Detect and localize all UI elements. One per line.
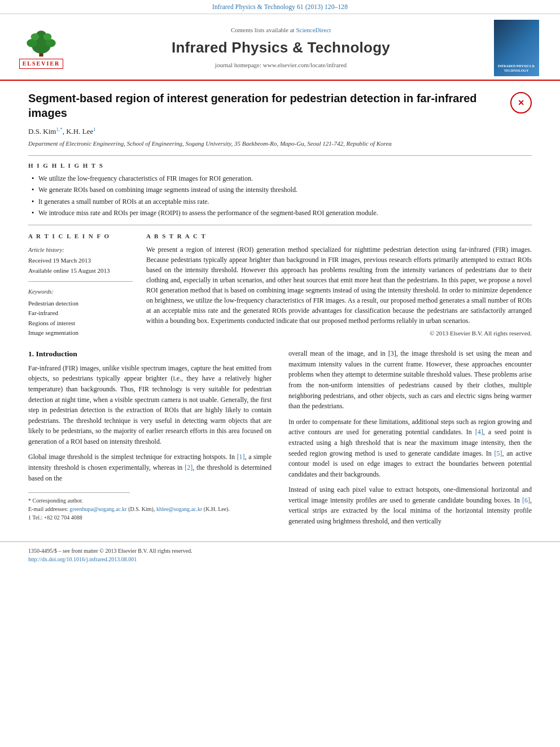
journal-citation: Infrared Physics & Technology 61 (2013) … (212, 3, 348, 10)
keywords-label: Keywords: (28, 287, 133, 296)
intro-right-col: overall mean of the image, and in [3], t… (288, 348, 532, 527)
article-history-label: Article history: (28, 246, 133, 254)
highlights-section: H I G H L I G H T S We utilize the low-f… (28, 161, 532, 219)
keyword-item: Pedestrian detection (28, 299, 133, 309)
keyword-item: Regions of interest (28, 318, 133, 329)
highlight-item: We introduce miss rate and ROIs per imag… (32, 208, 532, 218)
highlight-item: It generates a small number of ROIs at a… (32, 197, 532, 207)
right-para2: In order to compensate for these limitat… (288, 417, 532, 480)
ref1-link[interactable]: [1] (237, 453, 245, 461)
author1-sup: 1,* (56, 126, 62, 132)
ref6-link[interactable]: [6] (522, 496, 530, 504)
crossmark-badge[interactable]: ✕ (510, 92, 532, 113)
sciencedirect-link[interactable]: ScienceDirect (296, 27, 331, 33)
highlight-item: We utilize the low-frequency characteris… (32, 174, 532, 184)
received-date: Received 19 March 2013 (28, 256, 133, 265)
available-date: Available online 15 August 2013 (28, 267, 133, 276)
main-content: Segment-based region of interest generat… (0, 81, 560, 537)
intro-para1: Far-infrared (FIR) images, unlike visibl… (28, 363, 272, 447)
email2-link[interactable]: khlee@sogang.ac.kr (156, 506, 202, 512)
email1-link[interactable]: greenhupa@sogang.ac.kr (69, 506, 126, 512)
article-title-text: Segment-based region of interest generat… (28, 91, 505, 120)
highlights-label: H I G H L I G H T S (28, 161, 532, 171)
highlight-item: We generate ROIs based on combining imag… (32, 185, 532, 195)
author2-sup: 1 (93, 126, 96, 132)
right-para1: overall mean of the image, and in [3], t… (288, 348, 532, 412)
bottom-bar: 1350-4495/$ – see front matter © 2013 El… (0, 541, 560, 567)
abstract-column: A B S T R A C T We present a region of i… (146, 232, 532, 338)
journal-cover-text: INFRARED PHYSICS & TECHNOLOGY (494, 64, 539, 73)
highlights-list: We utilize the low-frequency characteris… (28, 174, 532, 219)
journal-title-banner: Infrared Physics & Technology (78, 37, 484, 59)
issn-line: 1350-4495/$ – see front matter © 2013 El… (28, 547, 193, 555)
article-title-block: Segment-based region of interest generat… (28, 91, 532, 120)
abstract-label: A B S T R A C T (146, 232, 532, 241)
abstract-text: We present a region of interest (ROI) ge… (146, 244, 532, 326)
ref4-link[interactable]: [4] (475, 428, 483, 436)
journal-cover-image: INFRARED PHYSICS & TECHNOLOGY (494, 20, 539, 76)
svg-point-7 (43, 33, 52, 41)
elsevier-tree-icon (19, 27, 64, 58)
ref5-link[interactable]: [5] (495, 449, 502, 457)
doi-link[interactable]: http://dx.doi.org/10.1016/j.infrared.201… (28, 556, 137, 562)
journal-homepage: journal homepage: www.elsevier.com/locat… (78, 61, 484, 70)
elsevier-logo: ELSEVIER (19, 27, 64, 69)
journal-cover: INFRARED PHYSICS & TECHNOLOGY (489, 20, 543, 76)
bottom-left: 1350-4495/$ – see front matter © 2013 El… (28, 547, 193, 563)
journal-banner-center: Contents lists available at ScienceDirec… (72, 26, 489, 70)
svg-point-6 (31, 33, 40, 41)
right-para3: Instead of using each pixel value to ext… (288, 484, 532, 526)
intro-heading: 1. Introduction (28, 348, 272, 360)
corresponding-footnote: * Corresponding author. E-mail addresses… (28, 496, 272, 522)
divider-1 (28, 155, 532, 156)
keywords-list: Pedestrian detection Far-infrared Region… (28, 299, 133, 338)
authors-line: D.S. Kim1,*, K.H. Lee1 (28, 126, 532, 137)
elsevier-label: ELSEVIER (19, 59, 64, 69)
article-info-column: A R T I C L E I N F O Article history: R… (28, 232, 133, 338)
article-info-label: A R T I C L E I N F O (28, 232, 133, 241)
keyword-item: Far-infrared (28, 308, 133, 318)
intro-left-col: 1. Introduction Far-infrared (FIR) image… (28, 348, 272, 527)
intro-para2: Global image threshold is the simplest t… (28, 452, 272, 483)
journal-header-bar: Infrared Physics & Technology 61 (2013) … (0, 0, 560, 14)
footnote-divider (28, 492, 130, 493)
article-info-abstract: A R T I C L E I N F O Article history: R… (28, 232, 532, 338)
author1-name: D.S. Kim (28, 127, 56, 136)
sciencedirect-line: Contents lists available at ScienceDirec… (78, 26, 484, 35)
body-section: 1. Introduction Far-infrared (FIR) image… (28, 348, 532, 527)
crossmark-icon: ✕ (518, 98, 524, 108)
top-banner: ELSEVIER Contents lists available at Sci… (0, 14, 560, 81)
divider-2 (28, 225, 532, 225)
affiliation: Department of Electronic Engineering, Sc… (28, 139, 532, 148)
intro-two-col: 1. Introduction Far-infrared (FIR) image… (28, 348, 532, 527)
elsevier-logo-section: ELSEVIER (10, 27, 72, 69)
keyword-item: Image segmentation (28, 328, 133, 338)
copyright-line: © 2013 Elsevier B.V. All rights reserved… (146, 329, 532, 338)
divider-3 (28, 281, 133, 282)
ref2-link[interactable]: [2] (185, 464, 193, 471)
